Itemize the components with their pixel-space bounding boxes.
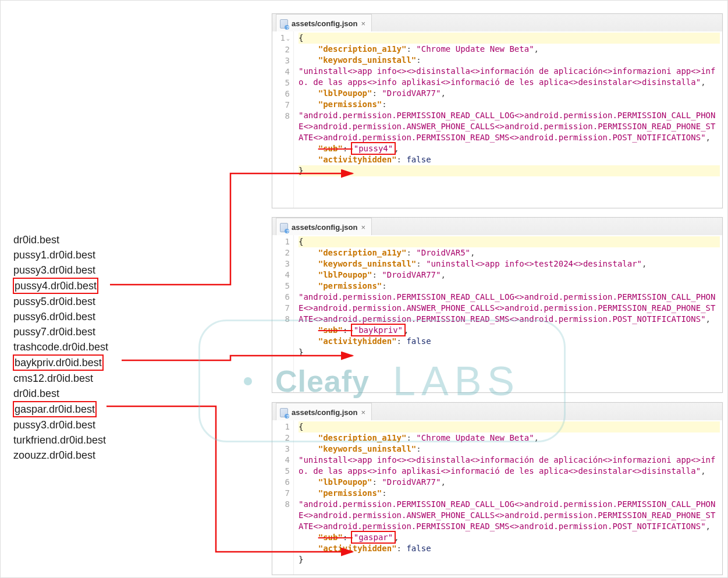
editor-tab[interactable]: ? assets/config.json × (276, 14, 372, 33)
domain-row: trashcode.dr0id.best (13, 339, 108, 354)
highlight-box: gaspar.dr0id.best (13, 402, 96, 417)
highlight-box: "gaspar" (353, 533, 394, 542)
close-icon[interactable]: × (361, 223, 365, 232)
close-icon[interactable]: × (361, 19, 365, 28)
domain-row: zoouzz.dr0id.best (13, 448, 108, 463)
code-area[interactable]: { "description_a11y": "Chrome Update New… (294, 31, 722, 208)
line-gutter: 12345678 (272, 420, 294, 575)
highlight-box: baykpriv.dr0id.best (13, 355, 103, 370)
watermark-labs: LABS (393, 358, 520, 405)
editor-tab[interactable]: ? assets/config.json × (276, 218, 372, 236)
domain-row: cms12.dr0id.best (13, 371, 108, 386)
editor-body[interactable]: 12345678 { "description_a11y": "Chrome U… (272, 420, 722, 575)
domain-row: turkfriend.dr0id.best (13, 432, 108, 448)
code-area[interactable]: { "description_a11y": "Chrome Update New… (294, 420, 722, 575)
tab-title: assets/config.json (292, 19, 357, 28)
domain-row: pussy5.dr0id.best (13, 294, 108, 309)
domain-row: baykpriv.dr0id.best (13, 354, 108, 371)
domain-row: pussy7.dr0id.best (13, 324, 108, 339)
domain-row: pussy3.dr0id.best (13, 263, 108, 278)
tab-bar: ? assets/config.json × (272, 14, 722, 32)
domain-row: pussy4.dr0id.best (13, 278, 108, 294)
domain-row: pussy3.dr0id.best (13, 417, 108, 432)
domain-list: dr0id.bestpussy1.dr0id.bestpussy3.dr0id.… (13, 232, 108, 463)
domain-row: pussy1.dr0id.best (13, 247, 108, 263)
watermark-brand: Cleafy (275, 364, 370, 399)
domain-row: pussy6.dr0id.best (13, 309, 108, 324)
watermark: Cleafy LABS (198, 320, 566, 442)
file-json-icon: ? (280, 223, 288, 232)
domain-row: dr0id.best (13, 232, 108, 247)
file-json-icon: ? (280, 19, 288, 29)
editor-body[interactable]: 1⌄2345678 { "description_a11y": "Chrome … (272, 31, 722, 208)
line-gutter: 1⌄2345678 (272, 31, 294, 208)
highlight-box: pussy4.dr0id.best (13, 278, 98, 293)
domain-row: dr0id.best (13, 386, 108, 401)
highlight-box: "pussy4" (353, 144, 394, 153)
domain-row: gaspar.dr0id.best (13, 401, 108, 417)
tab-bar: ? assets/config.json × (272, 218, 722, 236)
code-editor-1: ? assets/config.json × 1⌄2345678 { "desc… (272, 13, 723, 208)
watermark-dot-icon (244, 377, 252, 385)
tab-title: assets/config.json (292, 223, 357, 232)
